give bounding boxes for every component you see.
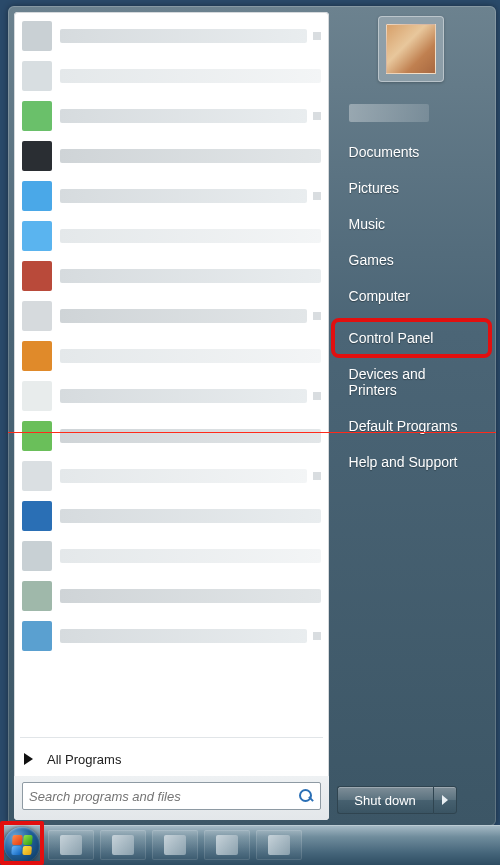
program-item[interactable] xyxy=(16,136,327,176)
program-item[interactable] xyxy=(16,336,327,376)
item-label: Pictures xyxy=(349,180,400,196)
start-menu: All Programs Documents Pictures Music Ga… xyxy=(8,6,496,826)
user-avatar-frame[interactable] xyxy=(378,16,444,82)
right-item-pictures[interactable]: Pictures xyxy=(333,170,490,206)
windows-flag-icon xyxy=(11,835,32,855)
item-label: Control Panel xyxy=(349,330,434,346)
program-item[interactable] xyxy=(16,296,327,336)
item-label: Computer xyxy=(349,288,410,304)
search-box[interactable] xyxy=(22,782,321,810)
search-input[interactable] xyxy=(29,789,298,804)
program-item[interactable] xyxy=(16,376,327,416)
program-item[interactable] xyxy=(16,16,327,56)
right-item-documents[interactable]: Documents xyxy=(333,134,490,170)
start-menu-left-panel: All Programs xyxy=(14,12,329,820)
taskbar xyxy=(0,825,500,865)
right-item-devices-printers[interactable]: Devices and Printers xyxy=(333,356,490,408)
shutdown-options-button[interactable] xyxy=(433,786,457,814)
triangle-right-icon xyxy=(442,795,448,805)
taskbar-pinned-app[interactable] xyxy=(100,830,146,860)
right-item-control-panel[interactable]: Control Panel xyxy=(333,320,490,356)
program-item[interactable] xyxy=(16,496,327,536)
pinned-programs-list xyxy=(14,12,329,733)
triangle-right-icon xyxy=(24,753,33,765)
start-menu-right-panel: Documents Pictures Music Games Computer … xyxy=(329,6,496,826)
right-item-default-programs[interactable]: Default Programs xyxy=(333,408,490,444)
right-item-music[interactable]: Music xyxy=(333,206,490,242)
right-items: Documents Pictures Music Games Computer … xyxy=(333,134,490,480)
all-programs-button[interactable]: All Programs xyxy=(14,742,329,776)
item-label: Default Programs xyxy=(349,418,458,434)
right-item-games[interactable]: Games xyxy=(333,242,490,278)
program-item[interactable] xyxy=(16,576,327,616)
item-label: Music xyxy=(349,216,386,232)
program-item[interactable] xyxy=(16,616,327,656)
program-item[interactable] xyxy=(16,216,327,256)
program-item[interactable] xyxy=(16,456,327,496)
program-item[interactable] xyxy=(16,56,327,96)
item-label: Help and Support xyxy=(349,454,458,470)
search-icon xyxy=(298,788,314,804)
program-item[interactable] xyxy=(16,416,327,456)
user-avatar xyxy=(386,24,436,74)
program-item[interactable] xyxy=(16,256,327,296)
start-button[interactable] xyxy=(2,825,42,865)
right-item-computer[interactable]: Computer xyxy=(333,278,490,314)
shutdown-button[interactable]: Shut down xyxy=(337,786,433,814)
program-item[interactable] xyxy=(16,96,327,136)
username-label[interactable] xyxy=(349,104,429,122)
shutdown-label: Shut down xyxy=(354,793,415,808)
shutdown-row: Shut down xyxy=(333,786,490,820)
item-label: Documents xyxy=(349,144,420,160)
right-item-help-support[interactable]: Help and Support xyxy=(333,444,490,480)
taskbar-pinned-app[interactable] xyxy=(204,830,250,860)
program-item[interactable] xyxy=(16,176,327,216)
separator xyxy=(20,737,323,738)
search-area xyxy=(14,776,329,820)
item-label: Devices and Printers xyxy=(349,366,426,398)
item-label: Games xyxy=(349,252,394,268)
all-programs-label: All Programs xyxy=(47,752,121,767)
taskbar-pinned-app[interactable] xyxy=(152,830,198,860)
taskbar-pinned-app[interactable] xyxy=(256,830,302,860)
taskbar-pinned-app[interactable] xyxy=(48,830,94,860)
program-item[interactable] xyxy=(16,536,327,576)
